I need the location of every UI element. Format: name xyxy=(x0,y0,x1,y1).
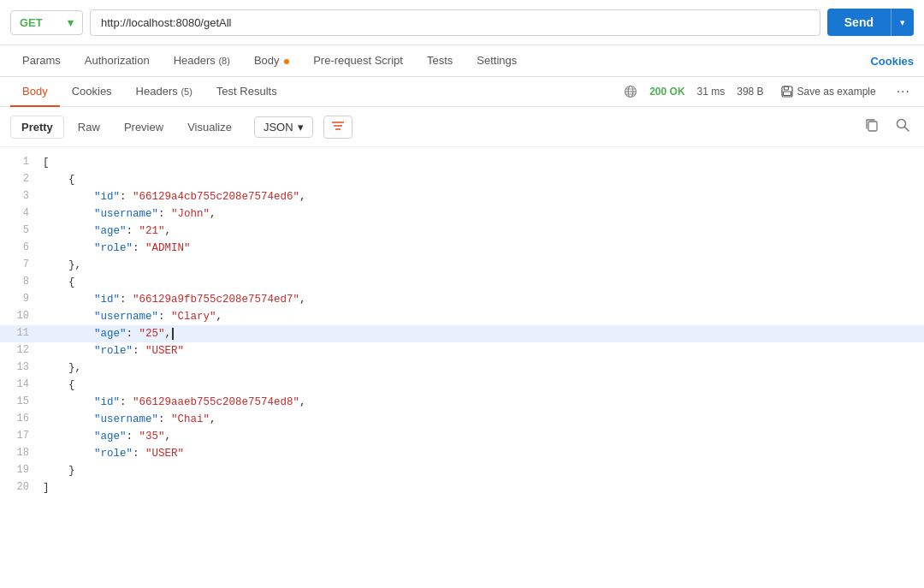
line-content: "role": "USER" xyxy=(43,342,924,359)
url-input[interactable] xyxy=(90,9,820,36)
json-string: "Chai" xyxy=(171,413,210,425)
nav-tabs: Params Authorization Headers (8) Body Pr… xyxy=(0,45,924,77)
json-line: 14 { xyxy=(0,377,924,394)
view-preview-button[interactable]: Preview xyxy=(114,116,174,138)
svg-rect-7 xyxy=(783,92,791,96)
json-string: "35" xyxy=(139,431,165,442)
json-key: "username" xyxy=(94,208,158,220)
view-pretty-button[interactable]: Pretty xyxy=(10,116,64,139)
line-content: { xyxy=(43,377,924,394)
response-meta: 200 OK 31 ms 398 B Save as example ··· xyxy=(624,82,914,101)
json-key: "id" xyxy=(94,294,120,306)
view-visualize-button[interactable]: Visualize xyxy=(177,116,242,138)
json-line: 15 "id": "66129aaeb755c208e7574ed8", xyxy=(0,394,924,411)
json-comma: , xyxy=(165,225,172,237)
send-button[interactable]: Send xyxy=(827,9,891,36)
top-bar: GET ▾ Send ▾ xyxy=(0,0,924,45)
json-line: 1[ xyxy=(0,154,924,171)
line-number: 6 xyxy=(0,240,43,256)
save-example-button[interactable]: Save as example xyxy=(776,82,881,101)
json-comma: , xyxy=(299,294,306,306)
tab-headers[interactable]: Headers (8) xyxy=(162,45,242,77)
json-colon: : xyxy=(133,242,145,254)
tab-settings[interactable]: Settings xyxy=(465,45,529,77)
send-dropdown-button[interactable]: ▾ xyxy=(891,9,914,36)
line-number: 16 xyxy=(0,411,43,427)
json-string: "66129a9fb755c208e7574ed7" xyxy=(133,294,299,306)
response-tab-cookies[interactable]: Cookies xyxy=(60,77,124,107)
json-line: 11 "age": "25", xyxy=(0,325,924,342)
json-line: 16 "username": "Chai", xyxy=(0,411,924,428)
response-tab-test-results[interactable]: Test Results xyxy=(204,77,289,107)
tab-tests[interactable]: Tests xyxy=(415,45,465,77)
json-line: 2 { xyxy=(0,171,924,188)
tab-pre-request[interactable]: Pre-request Script xyxy=(301,45,415,77)
svg-line-13 xyxy=(905,128,909,132)
search-button[interactable] xyxy=(891,114,914,140)
view-raw-button[interactable]: Raw xyxy=(68,116,110,138)
more-options-button[interactable]: ··· xyxy=(893,84,914,99)
response-time: 31 ms xyxy=(697,86,726,98)
tab-authorization[interactable]: Authorization xyxy=(73,45,162,77)
json-colon: : xyxy=(158,311,171,323)
line-number: 18 xyxy=(0,445,43,461)
json-key: "id" xyxy=(94,191,120,203)
json-string: "66129a4cb755c208e7574ed6" xyxy=(133,191,299,203)
json-string: "ADMIN" xyxy=(145,242,191,254)
json-key: "age" xyxy=(94,225,127,237)
json-string: "66129aaeb755c208e7574ed8" xyxy=(133,396,299,408)
response-tab-body[interactable]: Body xyxy=(10,77,60,107)
line-number: 17 xyxy=(0,428,43,444)
json-colon: : xyxy=(120,191,133,203)
line-content: ] xyxy=(43,479,924,496)
json-line: 19 } xyxy=(0,462,924,479)
line-number: 13 xyxy=(0,359,43,376)
line-content: "age": "35", xyxy=(43,428,924,445)
json-colon: : xyxy=(133,448,145,460)
filter-icon[interactable] xyxy=(323,116,352,139)
send-btn-group: Send ▾ xyxy=(827,9,914,36)
json-comma: , xyxy=(165,431,172,442)
response-size: 398 B xyxy=(737,86,763,98)
json-colon: : xyxy=(127,431,139,442)
line-content: "id": "66129a9fb755c208e7574ed7", xyxy=(43,291,924,308)
json-colon: : xyxy=(127,328,139,340)
json-string: "USER" xyxy=(145,345,184,357)
json-colon: : xyxy=(158,413,171,425)
body-dot xyxy=(284,59,289,64)
json-line: 13 }, xyxy=(0,359,924,377)
copy-button[interactable] xyxy=(861,114,883,140)
view-options: Pretty Raw Preview Visualize JSON ▾ xyxy=(0,107,924,147)
tab-params[interactable]: Params xyxy=(10,45,73,77)
line-content: }, xyxy=(43,359,924,377)
svg-rect-11 xyxy=(868,122,877,131)
json-line: 17 "age": "35", xyxy=(0,428,924,445)
json-comma: , xyxy=(165,328,172,340)
json-line: 18 "role": "USER" xyxy=(0,445,924,462)
line-content: "id": "66129aaeb755c208e7574ed8", xyxy=(43,394,924,411)
method-selector[interactable]: GET ▾ xyxy=(10,10,83,35)
line-content: "role": "USER" xyxy=(43,445,924,462)
line-number: 7 xyxy=(0,257,43,273)
json-line: 8 { xyxy=(0,274,924,291)
json-line: 7 }, xyxy=(0,257,924,274)
line-content: }, xyxy=(43,257,924,274)
status-badge: 200 OK xyxy=(649,86,684,98)
cookies-link[interactable]: Cookies xyxy=(870,46,914,76)
cursor xyxy=(172,328,174,340)
line-content: [ xyxy=(43,154,924,171)
save-icon xyxy=(781,86,793,98)
tab-body[interactable]: Body xyxy=(242,45,301,77)
line-content: { xyxy=(43,171,924,188)
response-tab-headers[interactable]: Headers (5) xyxy=(124,77,204,107)
json-comma: , xyxy=(210,208,216,220)
json-string: "21" xyxy=(139,225,165,237)
json-comma: , xyxy=(299,191,306,203)
line-number: 8 xyxy=(0,274,43,290)
json-key: "age" xyxy=(94,431,127,442)
copy-icon xyxy=(864,117,880,133)
method-chevron-icon: ▾ xyxy=(68,16,74,29)
json-content[interactable]: 1[2 {3 "id": "66129a4cb755c208e7574ed6",… xyxy=(0,147,924,571)
format-selector[interactable]: JSON ▾ xyxy=(254,116,313,138)
line-number: 14 xyxy=(0,377,43,393)
